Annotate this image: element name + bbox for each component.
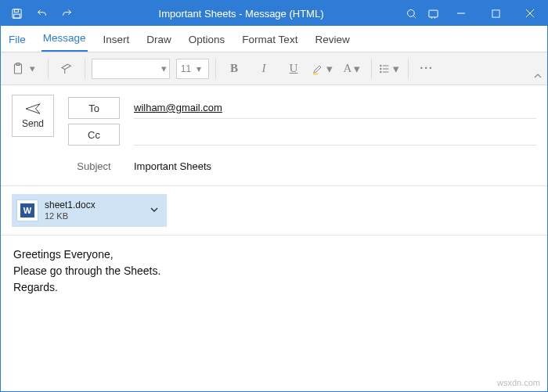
word-document-icon: W [16, 200, 38, 221]
message-body[interactable]: Greetings Everyone, Please go through th… [1, 236, 547, 307]
svg-rect-4 [428, 10, 437, 17]
subject-row: Subject Important Sheets [68, 153, 536, 179]
ribbon-bar: ▾ ▾ 11 ▾ B I U ▾ A ▾ ▾ ··· [1, 52, 547, 85]
undo-icon[interactable] [31, 2, 52, 24]
tab-insert[interactable]: Insert [102, 29, 132, 52]
chevron-down-icon: ▾ [391, 62, 402, 76]
title-bar: Important Sheets - Message (HTML) [1, 1, 547, 26]
separator [85, 59, 85, 79]
attachment-size: 12 KB [45, 211, 143, 221]
tab-draw[interactable]: Draw [145, 29, 173, 52]
attachment-info: sheet1.docx 12 KB [45, 200, 143, 221]
send-label: Send [22, 118, 44, 129]
underline-button[interactable]: U [282, 57, 305, 81]
to-value: wilham@gmail.com [134, 102, 222, 113]
body-line: Please go through the Sheets. [13, 263, 535, 279]
attachments-bar: W sheet1.docx 12 KB [1, 186, 547, 236]
ribbon-display-icon[interactable] [422, 2, 444, 24]
chevron-down-icon: ▾ [324, 62, 335, 76]
maximize-button[interactable] [478, 1, 513, 26]
paste-button[interactable]: ▾ [7, 57, 41, 81]
svg-point-10 [380, 71, 381, 72]
font-color-button[interactable]: A ▾ [341, 57, 365, 81]
chevron-down-icon: ▾ [352, 62, 362, 76]
font-size-value: 11 [181, 63, 191, 74]
compose-header: Send To wilham@gmail.com Cc Subject Impo… [1, 85, 547, 186]
chevron-down-icon: ▾ [27, 63, 38, 74]
tab-options[interactable]: Options [187, 29, 227, 52]
word-icon-letter: W [20, 203, 34, 218]
quick-access-toolbar [1, 2, 82, 24]
overflow-button[interactable]: ··· [415, 57, 438, 81]
to-field[interactable]: wilham@gmail.com [134, 97, 536, 119]
search-icon[interactable] [400, 2, 422, 24]
cc-field[interactable] [134, 124, 536, 146]
italic-button[interactable]: I [252, 57, 276, 81]
highlight-button[interactable]: ▾ [312, 57, 335, 81]
separator [408, 59, 409, 79]
chevron-down-icon: ▾ [193, 63, 204, 74]
send-button[interactable]: Send [12, 95, 54, 137]
separator [215, 59, 216, 79]
ribbon-tabs: File Message Insert Draw Options Format … [1, 26, 547, 52]
subject-field[interactable]: Important Sheets [134, 155, 536, 177]
body-line: Greetings Everyone, [13, 246, 535, 263]
bold-button[interactable]: B [222, 57, 246, 81]
tab-message[interactable]: Message [41, 27, 88, 52]
watermark: wsxdn.com [497, 378, 540, 387]
svg-rect-2 [13, 14, 20, 18]
svg-rect-5 [492, 9, 499, 16]
cc-button[interactable]: Cc [68, 124, 120, 146]
window-title-text: Important Sheets - Message (HTML) [159, 8, 324, 20]
collapse-ribbon-icon[interactable] [533, 71, 543, 83]
format-painter-button[interactable] [55, 57, 78, 81]
font-size-selector[interactable]: 11 ▾ [176, 59, 209, 79]
svg-point-3 [407, 9, 414, 16]
minimize-button[interactable] [444, 1, 478, 26]
tab-review[interactable]: Review [313, 29, 351, 52]
svg-rect-1 [14, 9, 18, 12]
tab-file[interactable]: File [7, 29, 27, 52]
save-icon[interactable] [5, 2, 27, 24]
recipient-fields: To wilham@gmail.com Cc Subject Important… [68, 95, 536, 179]
chevron-down-icon: ▾ [158, 63, 169, 74]
subject-label: Subject [68, 160, 120, 172]
attachment-name: sheet1.docx [45, 200, 143, 211]
font-family-selector[interactable]: ▾ [92, 59, 170, 79]
svg-point-9 [380, 68, 381, 69]
svg-point-8 [380, 65, 381, 66]
attachment-menu-button[interactable] [150, 205, 162, 217]
body-line: Regards. [13, 279, 535, 296]
separator [371, 59, 372, 79]
to-row: To wilham@gmail.com [68, 95, 536, 121]
bullets-button[interactable]: ▾ [378, 57, 402, 81]
close-button[interactable] [513, 1, 547, 26]
attachment-item[interactable]: W sheet1.docx 12 KB [12, 194, 167, 227]
redo-icon[interactable] [56, 2, 78, 24]
separator [48, 59, 49, 79]
cc-row: Cc [68, 121, 536, 148]
window-title: Important Sheets - Message (HTML) [82, 8, 400, 20]
to-button[interactable]: To [68, 97, 120, 119]
subject-value: Important Sheets [134, 160, 211, 172]
tab-format-text[interactable]: Format Text [240, 29, 299, 52]
window-controls [400, 1, 547, 26]
